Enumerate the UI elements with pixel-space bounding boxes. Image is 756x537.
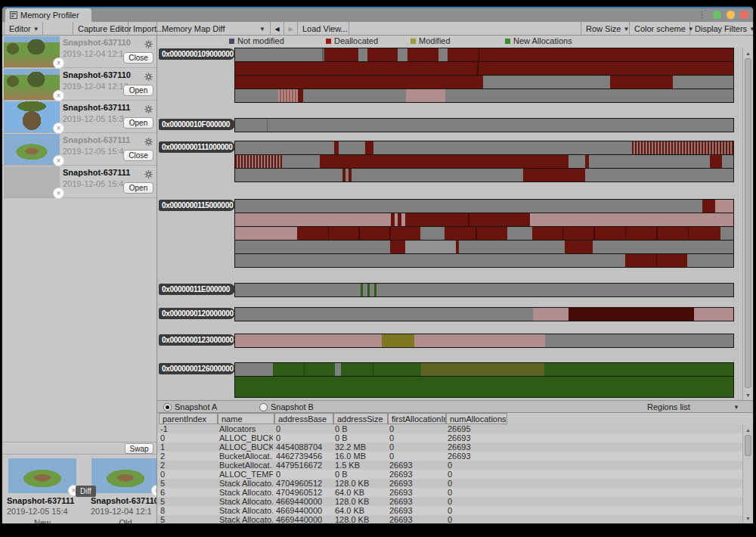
close-icon[interactable]: × (53, 57, 64, 69)
memory-region-segment[interactable] (569, 308, 694, 321)
memory-map-line[interactable] (234, 253, 734, 268)
memory-region-segment[interactable] (268, 119, 733, 132)
memory-region-segment[interactable] (533, 308, 569, 321)
memory-region-segment[interactable] (297, 227, 327, 240)
memory-region-segment[interactable] (235, 48, 322, 61)
close-icon[interactable]: × (53, 90, 64, 101)
row-size-dropdown[interactable]: Row Size▼ (581, 22, 630, 36)
table-row[interactable]: 6Stack Allocato...470496051264.0 KB26693… (157, 488, 742, 497)
memory-region-segment[interactable] (406, 89, 445, 102)
memory-region-segment[interactable] (507, 227, 532, 240)
memory-map-line[interactable] (234, 334, 734, 348)
memory-region-segment[interactable] (445, 227, 476, 240)
memory-region-segment[interactable] (585, 169, 733, 182)
memory-region-segment[interactable] (235, 62, 477, 75)
snapshot-thumbnail[interactable]: × (4, 36, 60, 67)
memory-map-line[interactable] (234, 376, 734, 398)
memory-region-segment[interactable] (370, 284, 375, 296)
close-icon[interactable]: × (53, 123, 64, 134)
load-view-button[interactable]: Load View... (298, 22, 349, 36)
memory-region-segment[interactable] (235, 169, 342, 182)
memory-region-segment[interactable] (391, 227, 421, 240)
snapshot-thumbnail[interactable]: × (4, 69, 60, 100)
memory-region-segment[interactable] (303, 89, 406, 102)
table-row[interactable]: 5Stack Allocato...4704960512128.0 KB2669… (157, 479, 742, 488)
memory-region-segment[interactable] (235, 155, 283, 168)
memory-region-segment[interactable] (235, 334, 382, 347)
snapshot-entry[interactable]: ×Snapshot-6371112019-12-05 15:3Open (2, 101, 156, 133)
capture-editor-button[interactable]: Capture Editor (73, 22, 129, 36)
regions-list-dropdown[interactable]: Regions list ▼ (644, 402, 742, 412)
snapshot-open-button[interactable]: Open (123, 182, 153, 194)
traffic-light-green[interactable] (713, 11, 721, 19)
scroll-up-icon[interactable]: ▲ (743, 48, 753, 57)
snapshot-entry[interactable]: ×Snapshot-6371112019-12-05 15:4Open (2, 166, 156, 198)
memory-region-segment[interactable] (360, 227, 390, 240)
memory-map-line[interactable] (234, 307, 734, 321)
memory-map-line[interactable] (234, 199, 734, 213)
close-icon[interactable]: × (53, 155, 64, 166)
snapshot-close-button[interactable]: Close (123, 150, 153, 161)
memory-region-segment[interactable] (710, 155, 722, 168)
gear-icon[interactable] (144, 40, 153, 48)
memory-region-segment[interactable] (365, 141, 373, 154)
memory-region-segment[interactable] (376, 284, 733, 296)
close-icon[interactable]: × (53, 188, 64, 199)
memory-region-segment[interactable] (329, 227, 359, 240)
memory-region-segment[interactable] (278, 89, 298, 102)
memory-region-segment[interactable] (523, 169, 585, 182)
scroll-down-icon[interactable]: ▼ (743, 390, 753, 399)
memory-region-segment[interactable] (479, 62, 733, 75)
snapshot-close-button[interactable]: Close (123, 52, 153, 64)
memory-region-segment[interactable] (407, 48, 438, 61)
memory-region-segment[interactable] (530, 213, 733, 226)
memory-region-segment[interactable] (235, 200, 702, 213)
editor-dropdown[interactable]: Editor▼ (4, 22, 43, 36)
memory-region-segment[interactable] (483, 76, 609, 88)
memory-map-line[interactable] (234, 118, 734, 132)
window-menu-icon[interactable]: ⋮ (698, 11, 706, 19)
memory-region-segment[interactable] (438, 48, 448, 61)
table-row[interactable]: -1Allocators00 B026695 (157, 424, 742, 433)
memory-region-segment[interactable] (569, 155, 585, 168)
snapshot-thumbnail[interactable]: × (4, 166, 60, 197)
memory-region-segment[interactable] (448, 48, 478, 61)
table-row[interactable]: 2BucketAllocat...44795166721.5 KB266930 (157, 461, 742, 470)
memory-map-line[interactable] (234, 240, 734, 254)
history-forward-button[interactable]: ▶ (284, 22, 298, 36)
memory-region-segment[interactable] (320, 155, 569, 168)
memory-region-segment[interactable] (339, 141, 365, 154)
regions-table[interactable]: -1Allocators00 B0266950ALLOC_BUCKET00 B0… (157, 424, 742, 523)
memory-region-segment[interactable] (235, 363, 273, 376)
history-back-button[interactable]: ◀ (271, 22, 284, 36)
column-header-firstAllocationIn[interactable]: firstAllocationIn (388, 413, 446, 424)
memory-region-segment[interactable] (367, 48, 398, 61)
gear-icon[interactable] (144, 105, 153, 113)
memory-region-segment[interactable] (702, 200, 714, 213)
memory-region-segment[interactable] (625, 254, 656, 267)
table-row[interactable]: 2BucketAllocat...446273945616.0 MB026693 (157, 452, 742, 461)
gear-icon[interactable] (144, 73, 153, 81)
table-row[interactable]: 5Stack Allocato...4669440000128.0 KB2669… (157, 497, 742, 506)
memory-region-segment[interactable] (545, 334, 733, 347)
memory-map-line[interactable] (234, 213, 734, 227)
scroll-up-icon[interactable]: ▲ (743, 425, 753, 434)
memory-region-segment[interactable] (421, 363, 544, 376)
memory-region-segment[interactable] (715, 200, 733, 213)
memory-region-segment[interactable] (358, 48, 368, 61)
table-scrollbar[interactable]: ▲ ▼ (742, 424, 753, 523)
memory-map-scrollbar[interactable]: ▲ ▼ (742, 48, 753, 400)
memory-map-canvas[interactable]: 0x00000001260000000x00000001230000000x00… (157, 48, 753, 400)
snapshot-open-button[interactable]: Open (123, 117, 153, 129)
column-header-addressBase[interactable]: addressBase (274, 413, 333, 424)
diff-old-thumbnail[interactable]: × (91, 458, 157, 493)
swap-button[interactable]: Swap (125, 443, 153, 454)
scrollbar-thumb[interactable] (745, 58, 751, 388)
snapshot-a-radio[interactable]: Snapshot A (163, 402, 217, 411)
snapshot-thumbnail[interactable]: × (4, 134, 60, 165)
gear-icon[interactable] (144, 138, 153, 146)
column-header-addressSize[interactable]: addressSize (333, 413, 388, 424)
gear-icon[interactable] (144, 170, 153, 178)
memory-region-segment[interactable] (414, 334, 545, 347)
memory-region-segment[interactable] (632, 141, 733, 154)
